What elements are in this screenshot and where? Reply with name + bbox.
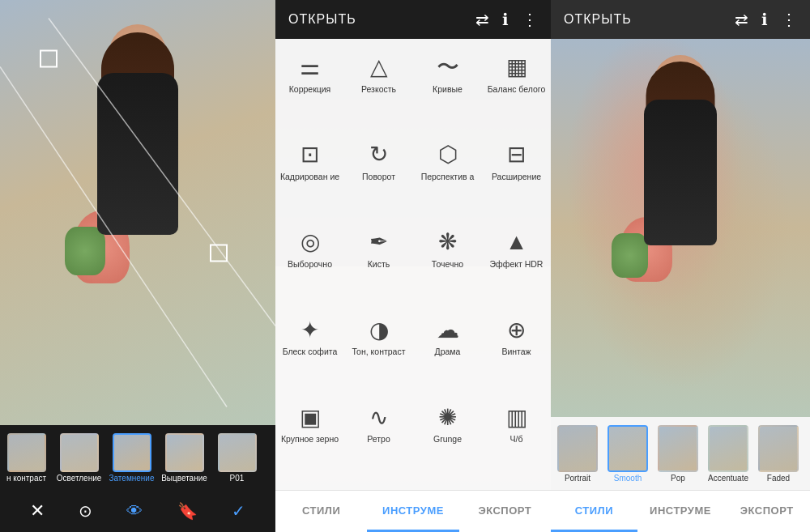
- menu-item[interactable]: ❋Точечно: [413, 220, 482, 308]
- tab-item[interactable]: ЭКСПОРТ: [459, 491, 551, 532]
- menu-item-label: Поворот: [362, 172, 395, 182]
- style-strip: PortraitSmoothPopAccentuateFaded: [551, 417, 810, 490]
- menu-item[interactable]: ✺Grunge: [413, 396, 482, 483]
- bookmark-icon[interactable]: 🔖: [174, 498, 201, 524]
- menu-item-label: Ч/б: [510, 434, 523, 445]
- style-label: Accentuate: [708, 474, 748, 483]
- menu-item-icon: ▲: [505, 228, 528, 256]
- menu-item-label: Блеск софита: [283, 347, 338, 357]
- menu-overlay: ⚌Коррекция△Резкость〜Кривые▦Баланс белого…: [275, 39, 551, 532]
- layers-icon-right[interactable]: ⇄: [735, 10, 748, 29]
- thumbnail-item[interactable]: Осветление: [53, 430, 105, 486]
- layers-icon-mid[interactable]: ⇄: [475, 10, 489, 29]
- menu-item-icon: ❋: [438, 228, 457, 256]
- menu-item-label: Перспектив а: [421, 172, 475, 182]
- menu-item-icon: ▦: [506, 53, 527, 81]
- tab-item[interactable]: ИНСТРУМЕ: [637, 491, 724, 532]
- menu-item[interactable]: ⚌Коррекция: [275, 45, 344, 133]
- info-icon-mid[interactable]: ℹ: [502, 10, 509, 29]
- menu-item[interactable]: 〜Кривые: [413, 45, 482, 133]
- tab-item[interactable]: СТИЛИ: [551, 491, 637, 532]
- check-icon[interactable]: ✓: [228, 498, 249, 524]
- menu-item[interactable]: ↻Поворот: [344, 133, 413, 220]
- right-header: ОТКРЫТЬ ⇄ ℹ ⋮: [551, 0, 810, 39]
- bottom-bar-left: ✕ ⊙ 👁 🔖 ✓: [0, 490, 275, 532]
- middle-panel: ОТКРЫТЬ ⇄ ℹ ⋮ ⚌Коррекция△Резкость〜Кривые…: [275, 0, 551, 532]
- menu-item-icon: ▣: [300, 404, 321, 432]
- style-label: Faded: [767, 474, 790, 483]
- thumbnail-item[interactable]: н контраст: [0, 430, 53, 486]
- left-panel: н контрастОсветлениеЗатемнениеВыцветание…: [0, 0, 275, 532]
- menu-item[interactable]: △Резкость: [344, 45, 413, 133]
- menu-item-icon: ⊕: [507, 317, 526, 344]
- menu-item-icon: ↻: [369, 141, 388, 168]
- style-item[interactable]: Pop: [654, 425, 701, 483]
- menu-item-icon: ✒: [369, 228, 388, 256]
- menu-item[interactable]: ◑Тон, контраст: [344, 309, 413, 396]
- menu-item[interactable]: ☁Драма: [413, 309, 482, 396]
- menu-item-icon: 〜: [437, 53, 459, 81]
- menu-item-icon: ◎: [301, 228, 320, 256]
- menu-item[interactable]: ▲Эффект HDR: [482, 220, 551, 308]
- middle-header-title: ОТКРЫТЬ: [288, 12, 356, 27]
- tab-item[interactable]: СТИЛИ: [275, 491, 367, 532]
- menu-item-label: Расширение: [492, 172, 541, 182]
- style-item[interactable]: Faded: [755, 425, 802, 483]
- menu-item-label: Точечно: [432, 259, 463, 270]
- eye-icon[interactable]: 👁: [123, 499, 146, 524]
- middle-header: ОТКРЫТЬ ⇄ ℹ ⋮: [275, 0, 551, 39]
- style-item[interactable]: Portrait: [554, 425, 601, 483]
- menu-item[interactable]: ⊕Винтаж: [482, 309, 551, 396]
- tab-item[interactable]: ИНСТРУМЕ: [367, 491, 458, 532]
- more-icon-mid[interactable]: ⋮: [522, 10, 538, 29]
- menu-item-label: Кисть: [368, 259, 390, 270]
- menu-item-icon: ⚌: [300, 53, 320, 81]
- menu-item-label: Кадрирован ие: [280, 172, 339, 182]
- tab-item[interactable]: ЭКСПОРТ: [723, 491, 810, 532]
- menu-item-icon: ◑: [369, 317, 389, 344]
- menu-item-label: Кривые: [433, 84, 463, 95]
- menu-item[interactable]: ⊡Кадрирован ие: [275, 133, 344, 220]
- menu-item-label: Коррекция: [289, 84, 331, 95]
- menu-item[interactable]: ▣Крупное зерно: [275, 396, 344, 483]
- more-icon-right[interactable]: ⋮: [781, 10, 797, 29]
- style-item[interactable]: Accentuate: [705, 425, 752, 483]
- right-tabs: СТИЛИИНСТРУМЕЭКСПОРТ: [551, 490, 810, 532]
- menu-item-label: Баланс белого: [488, 84, 546, 95]
- menu-item[interactable]: ▦Баланс белого: [482, 45, 551, 133]
- style-item[interactable]: Smooth: [604, 425, 651, 483]
- menu-item[interactable]: ▥Ч/б: [482, 396, 551, 483]
- menu-item-icon: ⊡: [301, 141, 319, 168]
- middle-tabs: СТИЛИИНСТРУМЕЭКСПОРТ: [275, 490, 551, 532]
- menu-item-label: Крупное зерно: [281, 434, 339, 445]
- left-photo: [0, 0, 275, 425]
- thumbnail-item[interactable]: P01: [211, 430, 263, 486]
- close-icon[interactable]: ✕: [27, 497, 48, 525]
- menu-item[interactable]: ✦Блеск софита: [275, 309, 344, 396]
- menu-item-icon: ▥: [506, 404, 527, 432]
- style-thumb: [658, 425, 698, 472]
- menu-item[interactable]: ◎Выборочно: [275, 220, 344, 308]
- menu-item-label: Резкость: [361, 84, 396, 95]
- menu-item[interactable]: ∿Ретро: [344, 396, 413, 483]
- info-icon-right[interactable]: ℹ: [761, 10, 768, 29]
- menu-item-icon: △: [370, 53, 388, 81]
- right-photo: [551, 39, 810, 417]
- style-label: Pop: [671, 474, 685, 483]
- menu-item[interactable]: ⬡Перспектив а: [413, 133, 482, 220]
- style-thumb: [708, 425, 748, 472]
- menu-item-label: Тон, контраст: [352, 347, 406, 357]
- menu-item-label: Эффект HDR: [490, 259, 544, 270]
- right-header-title: ОТКРЫТЬ: [564, 12, 632, 27]
- menu-item-label: Винтаж: [501, 347, 531, 357]
- menu-item-icon: ⬡: [438, 141, 458, 168]
- layers-icon[interactable]: ⊙: [75, 498, 96, 524]
- style-thumb: [758, 425, 799, 472]
- right-panel: ОТКРЫТЬ ⇄ ℹ ⋮ PortraitSmoothPopAccentuat…: [551, 0, 810, 532]
- thumbnail-item[interactable]: Выцветание: [158, 430, 211, 486]
- style-thumb: [608, 425, 648, 472]
- menu-item[interactable]: ✒Кисть: [344, 220, 413, 308]
- style-label: Portrait: [565, 474, 590, 483]
- menu-item[interactable]: ⊟Расширение: [482, 133, 551, 220]
- thumbnail-item[interactable]: Затемнение: [105, 430, 158, 486]
